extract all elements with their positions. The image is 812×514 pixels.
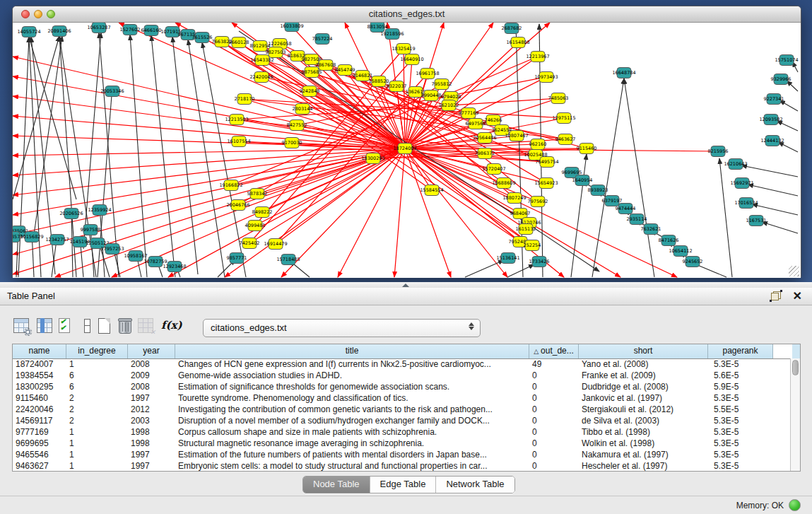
graph-node[interactable]: 4099481	[245, 221, 266, 231]
network-canvas[interactable]: 1405572420891406106532871527602646616010…	[13, 23, 801, 278]
graph-node[interactable]: 7857224	[312, 34, 333, 45]
graph-node[interactable]: 8938923	[588, 185, 608, 196]
graph-node[interactable]: 7986372	[475, 148, 495, 159]
graph-node[interactable]: 8990448	[421, 90, 442, 101]
table-row[interactable]: 911546021997Tourette syndrome. Phenomeno…	[13, 392, 791, 404]
table-row[interactable]: 969969511998Structural magnetic resonanc…	[13, 438, 791, 449]
graph-node[interactable]: 7425402	[240, 238, 260, 249]
delete-table-button[interactable]	[138, 318, 153, 333]
show-column-button[interactable]	[37, 318, 52, 333]
graph-node[interactable]: 9660128	[229, 37, 249, 48]
unselect-all-button[interactable]	[79, 318, 89, 333]
close-panel-icon[interactable]: ✕	[793, 289, 802, 303]
graph-node[interactable]: 10653287	[87, 23, 110, 33]
memory-ok-indicator[interactable]	[789, 499, 801, 511]
graph-node[interactable]: 16914479	[264, 239, 287, 250]
graph-node[interactable]: 15718485	[276, 255, 300, 265]
column-header-short[interactable]: short	[579, 344, 708, 358]
graph-node[interactable]: 15584554	[420, 185, 443, 196]
graph-node[interactable]: 1615132	[516, 224, 536, 235]
graph-node[interactable]: 2935114	[627, 214, 647, 225]
graph-node[interactable]: 2687682	[502, 23, 522, 34]
graph-node[interactable]: 9875685	[302, 67, 322, 78]
table-row[interactable]: 946362711997Embryonic stem cells: a mode…	[13, 460, 791, 471]
graph-node[interactable]: 8215956	[708, 146, 729, 157]
graph-node[interactable]: 12093582	[759, 115, 782, 125]
table-row[interactable]: 2242004622012Investigating the contribut…	[13, 404, 791, 415]
graph-node[interactable]: 8471626	[659, 235, 679, 246]
table-row[interactable]: 946554611997Estimation of the future num…	[13, 449, 791, 460]
column-header-out_de[interactable]: △out_de...	[529, 344, 579, 358]
graph-node[interactable]: 9329966	[771, 74, 792, 85]
graph-node[interactable]: 7485063	[548, 93, 569, 104]
graph-node[interactable]: 9115460	[577, 144, 597, 154]
graph-node[interactable]: 9245652	[683, 257, 703, 267]
graph-node[interactable]: 746266	[485, 115, 502, 126]
graph-node[interactable]: 16210643	[724, 159, 747, 170]
table-select-dropdown[interactable]: citations_edges.txt	[203, 319, 481, 337]
citation-network-graph[interactable]: 1405572420891406106532871527602646616010…	[13, 23, 801, 278]
function-builder-button[interactable]: f(x)	[161, 319, 182, 332]
graph-node[interactable]: 20206526	[59, 209, 83, 219]
graph-node[interactable]: 9463627	[555, 134, 576, 145]
graph-node[interactable]: 20891406	[47, 26, 71, 37]
column-header-pagerank[interactable]: pagerank	[708, 344, 773, 358]
window-titlebar[interactable]: citations_edges.txt	[13, 6, 801, 23]
graph-node[interactable]: 14055724	[17, 27, 40, 37]
graph-node[interactable]: 1167531	[746, 216, 767, 226]
table-row[interactable]: 977716911998Corpus callosum shape and si…	[13, 426, 791, 438]
delete-column-button[interactable]	[117, 318, 133, 333]
graph-node[interactable]: 16154808	[506, 37, 529, 48]
table-mode-button[interactable]	[13, 318, 29, 333]
table-row[interactable]: 1872400712008Changes of HCN gene express…	[13, 358, 791, 370]
graph-node[interactable]: 7632621	[641, 224, 661, 235]
graph-node[interactable]: 6497568	[466, 119, 486, 129]
column-header-name[interactable]: name	[13, 344, 66, 358]
graph-node[interactable]: 8322037	[387, 81, 407, 92]
graph-node[interactable]: 7615526	[192, 33, 213, 43]
graph-node[interactable]: 12444132	[760, 136, 784, 146]
tab-edge-table[interactable]: Edge Table	[370, 477, 437, 493]
select-all-button[interactable]: ✔✔	[59, 318, 70, 333]
collapse-handle-icon[interactable]	[402, 284, 409, 287]
table-row[interactable]: 1830029562008Estimation of significance …	[13, 381, 791, 392]
graph-node[interactable]: 9242848	[300, 86, 320, 97]
graph-node[interactable]: 1640954	[572, 175, 593, 186]
graph-node[interactable]: 1733426	[529, 257, 550, 267]
graph-node[interactable]: 18325419	[392, 44, 415, 54]
graph-node[interactable]: 1621022	[439, 100, 459, 111]
table-row[interactable]: 1456911722003Disruption of a novel membe…	[13, 415, 791, 426]
window-resize-grip[interactable]	[789, 266, 799, 276]
graph-node[interactable]: 12975115	[552, 113, 575, 124]
graph-node[interactable]: 15692971	[730, 178, 753, 189]
column-header-year[interactable]: year	[128, 344, 175, 358]
graph-node[interactable]: 20046766	[226, 200, 249, 211]
graph-node[interactable]: 15751074	[775, 55, 798, 66]
graph-node[interactable]: 252254	[524, 240, 541, 251]
graph-node[interactable]: 2718170	[235, 94, 255, 105]
tab-node-table[interactable]: Node Table	[303, 477, 370, 493]
graph-node[interactable]: 9997588	[81, 225, 101, 235]
table-vertical-scrollbar[interactable]	[790, 358, 800, 471]
graph-node[interactable]: 10654112	[669, 246, 692, 257]
graph-node[interactable]: 7955812	[432, 79, 452, 90]
graph-node[interactable]: 12342757	[45, 235, 69, 245]
graph-node[interactable]: 962160	[529, 139, 547, 150]
graph-node[interactable]: 16961758	[416, 69, 439, 79]
graph-node[interactable]: 16648784	[612, 68, 635, 78]
graph-node[interactable]: 8498222	[252, 207, 273, 218]
table-row[interactable]: 1938455462009Genome-wide association stu…	[13, 370, 791, 381]
graph-node[interactable]: 17016534	[734, 198, 758, 209]
graph-node[interactable]: 9474444	[616, 204, 636, 214]
graph-node[interactable]: 6466160	[141, 25, 162, 36]
float-panel-icon[interactable]	[771, 291, 781, 300]
graph-node[interactable]: 9857771	[227, 253, 247, 264]
new-column-button[interactable]	[97, 318, 112, 333]
graph-node[interactable]: 9170030	[282, 138, 302, 148]
graph-node[interactable]: 2803144	[293, 104, 313, 115]
scrollbar-thumb[interactable]	[792, 360, 799, 375]
graph-node[interactable]: 9227341	[764, 94, 784, 105]
graph-node[interactable]: 10688609	[492, 178, 515, 189]
graph-node[interactable]: 15654923	[534, 178, 558, 189]
graph-node[interactable]: 9777169	[459, 108, 479, 119]
